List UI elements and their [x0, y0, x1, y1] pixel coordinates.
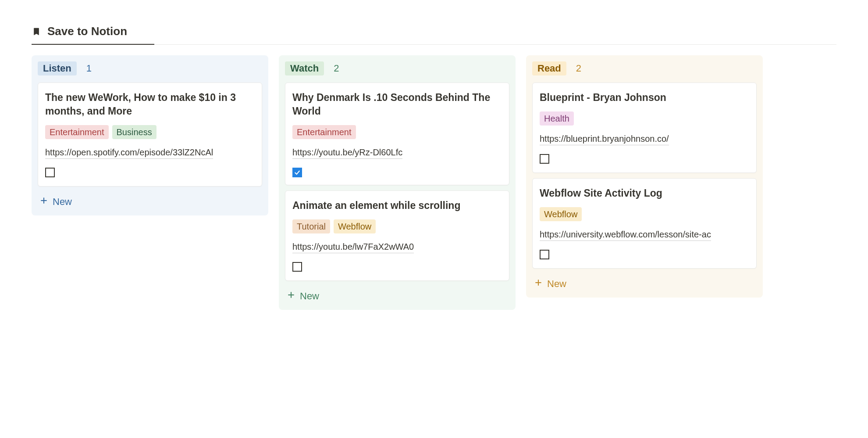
card-checkbox[interactable]	[45, 168, 55, 177]
board: Listen 1 The new WeWork, How to make $10…	[32, 55, 836, 310]
card-url[interactable]: https://blueprint.bryanjohnson.co/	[540, 133, 669, 145]
plus-icon	[287, 291, 295, 302]
tag-business[interactable]: Business	[112, 125, 157, 139]
card-tags: Tutorial Webflow	[292, 219, 502, 233]
card-title: Why Denmark Is .10 Seconds Behind The Wo…	[292, 91, 502, 118]
column-listen: Listen 1 The new WeWork, How to make $10…	[32, 55, 268, 215]
page-root: Save to Notion Listen 1 The new WeWork, …	[0, 0, 868, 327]
plus-icon	[534, 278, 543, 290]
column-header-listen: Listen 1	[38, 61, 262, 75]
card-tags: Health	[540, 111, 749, 126]
card[interactable]: Animate an element while scrolling Tutor…	[285, 190, 509, 281]
card-checkbox[interactable]	[292, 262, 302, 272]
card[interactable]: The new WeWork, How to make $10 in 3 mon…	[38, 83, 262, 187]
new-label: New	[547, 278, 566, 290]
column-pill-read[interactable]: Read	[532, 61, 566, 75]
card-checkbox[interactable]	[540, 250, 549, 259]
new-label: New	[53, 196, 72, 208]
column-count-read: 2	[576, 63, 581, 74]
card-tags: Entertainment Business	[45, 125, 255, 139]
new-label: New	[300, 291, 319, 302]
card-url[interactable]: https://youtu.be/yRz-Dl60Lfc	[292, 146, 402, 159]
card-title: Webflow Site Activity Log	[540, 187, 749, 200]
bookmark-icon	[32, 26, 41, 37]
new-button-listen[interactable]: New	[38, 192, 262, 209]
column-header-read: Read 2	[532, 61, 757, 75]
card-url[interactable]: https://open.spotify.com/episode/33lZ2Nc…	[45, 146, 213, 159]
card-title: Animate an element while scrolling	[292, 199, 502, 212]
column-count-watch: 2	[334, 63, 339, 74]
card[interactable]: Webflow Site Activity Log Webflow https:…	[532, 178, 757, 269]
new-button-watch[interactable]: New	[285, 286, 509, 304]
page-title: Save to Notion	[47, 25, 127, 38]
tag-tutorial[interactable]: Tutorial	[292, 219, 330, 233]
card-url[interactable]: https://youtu.be/lw7FaX2wWA0	[292, 241, 414, 253]
tag-health[interactable]: Health	[540, 111, 574, 126]
plus-icon	[39, 196, 48, 208]
column-watch: Watch 2 Why Denmark Is .10 Seconds Behin…	[279, 55, 516, 310]
page-header: Save to Notion	[32, 25, 836, 45]
column-count-listen: 1	[86, 63, 92, 74]
tag-webflow[interactable]: Webflow	[540, 207, 582, 221]
card[interactable]: Blueprint - Bryan Johnson Health https:/…	[532, 83, 757, 173]
column-pill-watch[interactable]: Watch	[285, 61, 324, 75]
column-read: Read 2 Blueprint - Bryan Johnson Health …	[526, 55, 763, 298]
tag-entertainment[interactable]: Entertainment	[45, 125, 109, 139]
column-header-watch: Watch 2	[285, 61, 509, 75]
card-tags: Webflow	[540, 207, 749, 221]
column-pill-listen[interactable]: Listen	[38, 61, 77, 75]
card-tags: Entertainment	[292, 125, 502, 139]
card-title: The new WeWork, How to make $10 in 3 mon…	[45, 91, 255, 118]
new-button-read[interactable]: New	[532, 274, 757, 291]
card[interactable]: Why Denmark Is .10 Seconds Behind The Wo…	[285, 83, 509, 185]
tag-webflow[interactable]: Webflow	[334, 219, 376, 233]
card-checkbox[interactable]	[292, 168, 302, 177]
card-url[interactable]: https://university.webflow.com/lesson/si…	[540, 228, 711, 241]
card-checkbox[interactable]	[540, 154, 549, 164]
tag-entertainment[interactable]: Entertainment	[292, 125, 356, 139]
card-title: Blueprint - Bryan Johnson	[540, 91, 749, 104]
